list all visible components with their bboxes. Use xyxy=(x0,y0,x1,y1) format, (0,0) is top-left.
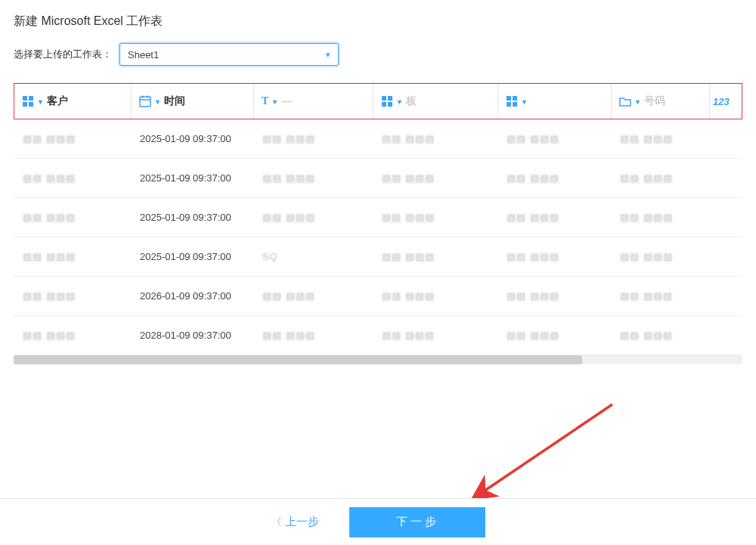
table-cell: 2028-01-09 09:37:00 xyxy=(131,330,253,341)
table-cell: ▧▧ ▧▧▧ xyxy=(373,290,497,302)
column-header-3[interactable]: T ▾ — xyxy=(254,84,373,119)
svg-rect-12 xyxy=(507,96,511,101)
svg-rect-10 xyxy=(382,102,386,107)
svg-rect-15 xyxy=(513,102,517,107)
table-cell: ▧▧ ▧▧▧ xyxy=(373,251,497,262)
chevron-down-icon: ▾ xyxy=(39,98,42,106)
table-cell: ▧▧ ▧▧▧ xyxy=(373,133,497,144)
table-row[interactable]: ▧▧ ▧▧▧2028-01-09 09:37:00▧▧ ▧▧▧▧▧ ▧▧▧▧▧ … xyxy=(14,316,742,355)
chevron-down-icon: ▾ xyxy=(522,98,526,106)
table-cell: ▧▧ ▧▧▧ xyxy=(611,172,709,184)
svg-rect-9 xyxy=(388,96,392,101)
svg-rect-4 xyxy=(140,97,150,107)
column-header-customer[interactable]: ▾ 客户 xyxy=(14,84,132,119)
svg-rect-14 xyxy=(507,102,511,107)
table-cell: ▧▧ ▧▧▧ xyxy=(14,290,131,302)
chevron-down-icon: ▾ xyxy=(398,98,401,106)
table-cell: ▧▧ ▧▧▧ xyxy=(497,290,611,302)
table-cell: ▧▧ ▧▧▧ xyxy=(611,212,709,223)
table-cell: ▧▧ ▧▧▧ xyxy=(497,330,611,341)
column-label: 客户 xyxy=(47,94,68,108)
grid-icon xyxy=(22,95,34,107)
chevron-down-icon: ▾ xyxy=(273,98,277,106)
table-cell: 2025-01-09 09:37:00 xyxy=(131,212,253,223)
column-label: 时间 xyxy=(164,94,185,108)
table-cell: ▧▧ ▧▧▧ xyxy=(497,251,611,262)
data-table: ▾ 客户 ▾ 时间 T ▾ — ▾ 板 ▾ xyxy=(14,82,742,355)
table-cell: ▧▧ ▧▧▧ xyxy=(14,133,131,144)
table-cell: ▧▧ ▧▧▧ xyxy=(497,172,611,184)
table-cell: ▧▧ ▧▧▧ xyxy=(253,172,373,184)
prev-button[interactable]: 〈 上一步 xyxy=(271,515,319,529)
table-row[interactable]: ▧▧ ▧▧▧2025-01-09 09:37:00▧▧ ▧▧▧▧▧ ▧▧▧▧▧ … xyxy=(14,119,742,159)
number-icon: 123 xyxy=(713,96,730,107)
prev-button-label: 上一步 xyxy=(285,515,319,529)
table-cell: ▧▧ ▧▧▧ xyxy=(497,212,611,223)
page-title: 新建 Microsoft Excel 工作表 xyxy=(0,0,756,29)
column-label: 号码 xyxy=(644,94,665,108)
column-label: 板 xyxy=(406,94,417,108)
column-header-5[interactable]: ▾ xyxy=(498,84,612,119)
table-cell: ▧▧ ▧▧▧ xyxy=(14,172,131,184)
grid-icon xyxy=(506,95,518,107)
grid-icon xyxy=(381,95,393,107)
table-row[interactable]: ▧▧ ▧▧▧2025-01-09 09:37:00SQ▧▧ ▧▧▧▧▧ ▧▧▧▧… xyxy=(14,237,742,277)
table-cell: ▧▧ ▧▧▧ xyxy=(611,251,709,262)
svg-rect-1 xyxy=(29,96,33,101)
column-header-time[interactable]: ▾ 时间 xyxy=(132,84,254,119)
table-cell: 2025-01-09 09:37:00 xyxy=(131,251,253,262)
sheet-select[interactable]: Sheet1 ▾ xyxy=(119,43,339,66)
table-cell: ▧▧ ▧▧▧ xyxy=(253,212,373,223)
table-row[interactable]: ▧▧ ▧▧▧2025-01-09 09:37:00▧▧ ▧▧▧▧▧ ▧▧▧▧▧ … xyxy=(14,159,742,198)
upload-row: 选择要上传的工作表： Sheet1 ▾ xyxy=(0,29,756,66)
text-icon: T xyxy=(262,95,268,107)
table-cell: ▧▧ ▧▧▧ xyxy=(14,212,131,223)
table-cell: ▧▧ ▧▧▧ xyxy=(14,330,131,341)
table-cell: ▧▧ ▧▧▧ xyxy=(253,290,373,302)
footer-bar: 〈 上一步 下一步 xyxy=(0,498,756,545)
table-row[interactable]: ▧▧ ▧▧▧2026-01-09 09:37:00▧▧ ▧▧▧▧▧ ▧▧▧▧▧ … xyxy=(14,277,742,316)
chevron-down-icon: ▾ xyxy=(156,98,160,106)
table-cell: 2025-01-09 09:37:00 xyxy=(131,133,253,144)
table-cell: 2026-01-09 09:37:00 xyxy=(131,290,253,302)
table-cell: ▧▧ ▧▧▧ xyxy=(14,251,131,262)
svg-rect-3 xyxy=(29,102,33,107)
svg-rect-8 xyxy=(382,96,386,101)
chevron-down-icon: ▾ xyxy=(326,50,330,60)
table-cell: ▧▧ ▧▧▧ xyxy=(611,133,709,144)
next-button-label: 下一步 xyxy=(396,515,439,529)
svg-line-16 xyxy=(472,404,612,499)
column-header-4[interactable]: ▾ 板 xyxy=(373,84,498,119)
next-button[interactable]: 下一步 xyxy=(349,507,485,537)
chevron-down-icon: ▾ xyxy=(636,98,640,106)
table-cell: ▧▧ ▧▧▧ xyxy=(373,330,497,341)
table-header-row: ▾ 客户 ▾ 时间 T ▾ — ▾ 板 ▾ xyxy=(14,83,742,119)
svg-rect-2 xyxy=(23,102,27,107)
horizontal-scrollbar[interactable] xyxy=(14,355,742,364)
calendar-icon xyxy=(139,95,151,107)
table-cell: ▧▧ ▧▧▧ xyxy=(373,172,497,184)
table-cell: ▧▧ ▧▧▧ xyxy=(611,290,709,302)
svg-rect-13 xyxy=(513,96,517,101)
table-cell: ▧▧ ▧▧▧ xyxy=(611,330,709,341)
upload-label: 选择要上传的工作表： xyxy=(14,48,112,61)
sheet-select-value: Sheet1 xyxy=(128,49,159,60)
folder-icon xyxy=(619,96,631,107)
table-cell: SQ xyxy=(253,251,373,262)
column-header-7[interactable]: 123 xyxy=(710,84,733,119)
table-cell: ▧▧ ▧▧▧ xyxy=(253,133,373,144)
svg-rect-0 xyxy=(23,96,27,101)
scrollbar-thumb[interactable] xyxy=(14,355,582,364)
table-cell: ▧▧ ▧▧▧ xyxy=(497,133,611,144)
column-header-6[interactable]: ▾ 号码 xyxy=(612,84,710,119)
table-cell: ▧▧ ▧▧▧ xyxy=(373,212,497,223)
column-label: — xyxy=(281,95,292,107)
svg-rect-11 xyxy=(388,102,392,107)
chevron-left-icon: 〈 xyxy=(271,515,282,529)
table-row[interactable]: ▧▧ ▧▧▧2025-01-09 09:37:00▧▧ ▧▧▧▧▧ ▧▧▧▧▧ … xyxy=(14,198,742,237)
table-cell: ▧▧ ▧▧▧ xyxy=(253,330,373,341)
table-cell: 2025-01-09 09:37:00 xyxy=(131,172,253,184)
